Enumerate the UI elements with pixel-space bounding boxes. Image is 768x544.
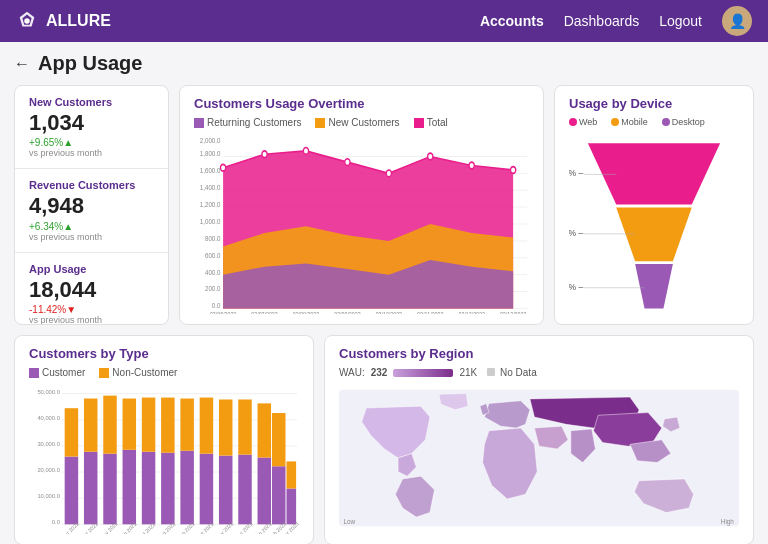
legend-mobile-dot xyxy=(611,118,619,126)
customers-type-svg: 0.0 10,000.0 20,000.0 30,000.0 40,000.0 … xyxy=(29,384,299,534)
customers-by-region-chart: Customers by Region WAU: 232 21K No Data xyxy=(324,335,754,544)
svg-text:2,000.0: 2,000.0 xyxy=(200,136,221,144)
kpi-label-2: App Usage xyxy=(29,263,154,275)
svg-rect-68 xyxy=(161,453,175,525)
svg-point-2 xyxy=(24,18,30,24)
device-funnel-svg: 37.1% – 35.2% – 27.7% – xyxy=(569,133,739,314)
usage-area-svg: 0.0 200.0 400.0 600.0 800.0 1,000.0 1,20… xyxy=(194,134,529,314)
svg-point-24 xyxy=(220,164,225,171)
svg-rect-74 xyxy=(219,456,233,525)
page-content: ← App Usage New Customers 1,034 +9.65%▲ … xyxy=(0,42,768,544)
svg-point-29 xyxy=(428,153,433,160)
svg-text:0.0: 0.0 xyxy=(52,519,60,525)
kpi-value-1: 4,948 xyxy=(29,193,154,219)
kpi-value-0: 1,034 xyxy=(29,110,154,136)
svg-point-31 xyxy=(510,167,515,174)
svg-rect-65 xyxy=(123,399,136,450)
svg-text:03/06/2023: 03/06/2023 xyxy=(210,312,237,314)
no-data-label: No Data xyxy=(500,367,537,378)
svg-text:200.0: 200.0 xyxy=(205,285,220,293)
wau-label: WAU: xyxy=(339,367,365,378)
kpi-sub-0: vs previous month xyxy=(29,148,154,158)
svg-text:1,400.0: 1,400.0 xyxy=(200,184,221,192)
kpi-app-usage: App Usage 18,044 -11.42%▼ vs previous mo… xyxy=(15,253,168,325)
svg-point-27 xyxy=(345,159,350,166)
device-legend: Web Mobile Desktop xyxy=(569,117,739,127)
legend-mobile-label: Mobile xyxy=(621,117,648,127)
svg-text:03/07/2023: 03/07/2023 xyxy=(251,312,278,314)
legend-customer: Customer xyxy=(29,367,85,378)
page-title: App Usage xyxy=(38,52,142,75)
kpi-label-0: New Customers xyxy=(29,96,154,108)
legend-new: New Customers xyxy=(315,117,399,128)
kpi-revenue-customers: Revenue Customers 4,948 +6.34%▲ vs previ… xyxy=(15,169,168,252)
kpi-change-1: +6.34%▲ xyxy=(29,221,154,232)
legend-desktop: Desktop xyxy=(662,117,705,127)
legend-customer-dot xyxy=(29,368,39,378)
svg-text:High: High xyxy=(721,518,735,526)
usage-chart-legend: Returning Customers New Customers Total xyxy=(194,117,529,128)
svg-rect-63 xyxy=(103,396,117,454)
svg-rect-71 xyxy=(180,399,194,451)
svg-text:1,800.0: 1,800.0 xyxy=(200,150,221,158)
user-avatar[interactable]: 👤 xyxy=(722,6,752,36)
svg-rect-77 xyxy=(238,399,252,454)
legend-web-dot xyxy=(569,118,577,126)
legend-new-label: New Customers xyxy=(328,117,399,128)
wau-bar-label: 21K xyxy=(459,367,477,378)
svg-point-25 xyxy=(262,151,267,158)
nav-accounts[interactable]: Accounts xyxy=(480,13,544,29)
svg-rect-69 xyxy=(161,398,175,453)
region-title: Customers by Region xyxy=(339,346,739,361)
svg-rect-76 xyxy=(238,455,252,525)
world-map-svg: Low High xyxy=(339,382,739,534)
svg-point-26 xyxy=(303,148,308,155)
svg-text:03/13/2023: 03/13/2023 xyxy=(500,312,527,314)
legend-non-customer: Non-Customer xyxy=(99,367,177,378)
svg-text:03/12/2023: 03/12/2023 xyxy=(458,312,485,314)
device-chart-title: Usage by Device xyxy=(569,96,739,111)
kpi-change-2: -11.42%▼ xyxy=(29,304,154,315)
customers-type-title: Customers by Type xyxy=(29,346,299,361)
legend-returning: Returning Customers xyxy=(194,117,301,128)
svg-rect-78 xyxy=(258,458,272,525)
legend-desktop-label: Desktop xyxy=(672,117,705,127)
svg-text:600.0: 600.0 xyxy=(205,251,220,259)
svg-rect-70 xyxy=(180,451,194,525)
no-data-square: No Data xyxy=(487,367,536,378)
svg-text:400.0: 400.0 xyxy=(205,268,220,276)
nav-logout[interactable]: Logout xyxy=(659,13,702,29)
svg-rect-59 xyxy=(65,408,79,456)
app-header: ALLURE Accounts Dashboards Logout 👤 xyxy=(0,0,768,42)
nav-dashboards[interactable]: Dashboards xyxy=(564,13,640,29)
wau-gradient-bar xyxy=(393,369,453,377)
svg-rect-67 xyxy=(142,398,156,452)
legend-returning-label: Returning Customers xyxy=(207,117,301,128)
svg-rect-75 xyxy=(219,399,233,455)
svg-text:800.0: 800.0 xyxy=(205,234,220,242)
svg-rect-60 xyxy=(84,452,98,525)
kpi-new-customers: New Customers 1,034 +9.65%▲ vs previous … xyxy=(15,86,168,169)
back-button[interactable]: ← xyxy=(14,55,30,73)
logo-text: ALLURE xyxy=(46,12,111,30)
legend-customer-label: Customer xyxy=(42,367,85,378)
svg-text:20,000.0: 20,000.0 xyxy=(37,467,59,473)
svg-rect-58 xyxy=(65,457,79,525)
svg-text:37.1% –: 37.1% – xyxy=(569,168,583,178)
svg-text:50,000.0: 50,000.0 xyxy=(37,389,59,395)
usage-chart-title: Customers Usage Overtime xyxy=(194,96,529,111)
svg-point-28 xyxy=(386,170,391,177)
svg-text:40,000.0: 40,000.0 xyxy=(37,415,59,421)
customers-by-type-chart: Customers by Type Customer Non-Customer … xyxy=(14,335,314,544)
svg-text:1,200.0: 1,200.0 xyxy=(200,200,221,208)
kpi-cards: New Customers 1,034 +9.65%▲ vs previous … xyxy=(14,85,169,325)
legend-mobile: Mobile xyxy=(611,117,648,127)
legend-total: Total xyxy=(414,117,448,128)
page-header: ← App Usage xyxy=(14,52,754,75)
svg-text:30,000.0: 30,000.0 xyxy=(37,441,59,447)
svg-rect-81 xyxy=(272,413,286,466)
svg-rect-66 xyxy=(142,452,156,525)
svg-rect-73 xyxy=(200,398,214,454)
customers-type-legend: Customer Non-Customer xyxy=(29,367,299,378)
svg-text:10,000.0: 10,000.0 xyxy=(37,493,59,499)
